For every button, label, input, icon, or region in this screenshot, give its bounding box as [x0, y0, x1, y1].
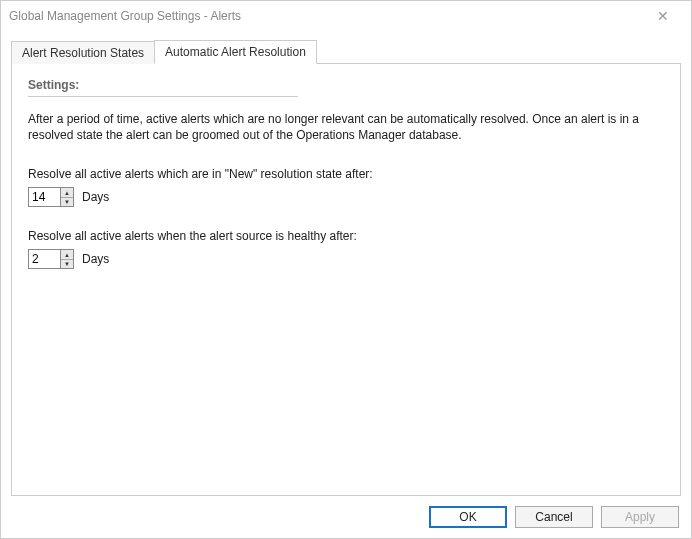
close-icon[interactable]: ✕	[643, 8, 683, 24]
window-title: Global Management Group Settings - Alert…	[9, 9, 643, 23]
spinner-up-icon[interactable]: ▲	[61, 188, 73, 198]
tab-panel: Settings: After a period of time, active…	[11, 63, 681, 496]
spinner-down-icon[interactable]: ▼	[61, 260, 73, 269]
field1-spinner: ▲ ▼	[28, 187, 74, 207]
tab-label: Automatic Alert Resolution	[165, 45, 306, 59]
field1-input[interactable]	[28, 187, 60, 207]
section-underline	[28, 96, 298, 97]
button-bar: OK Cancel Apply	[1, 496, 691, 538]
tab-label: Alert Resolution States	[22, 46, 144, 60]
field2-input[interactable]	[28, 249, 60, 269]
field1-spinner-buttons: ▲ ▼	[60, 187, 74, 207]
content-area: Alert Resolution States Automatic Alert …	[1, 31, 691, 496]
field2-spinner: ▲ ▼	[28, 249, 74, 269]
section-heading: Settings:	[28, 78, 664, 92]
field2-unit: Days	[82, 252, 109, 266]
tab-automatic-alert-resolution[interactable]: Automatic Alert Resolution	[154, 40, 317, 64]
spinner-up-icon[interactable]: ▲	[61, 250, 73, 260]
apply-button: Apply	[601, 506, 679, 528]
field2-label: Resolve all active alerts when the alert…	[28, 229, 664, 243]
field2-row: ▲ ▼ Days	[28, 249, 664, 269]
titlebar: Global Management Group Settings - Alert…	[1, 1, 691, 31]
spinner-down-icon[interactable]: ▼	[61, 198, 73, 207]
ok-button[interactable]: OK	[429, 506, 507, 528]
help-text: After a period of time, active alerts wh…	[28, 111, 664, 143]
field1-label: Resolve all active alerts which are in "…	[28, 167, 664, 181]
field2-spinner-buttons: ▲ ▼	[60, 249, 74, 269]
field1-unit: Days	[82, 190, 109, 204]
dialog-window: Global Management Group Settings - Alert…	[0, 0, 692, 539]
cancel-button[interactable]: Cancel	[515, 506, 593, 528]
tab-alert-resolution-states[interactable]: Alert Resolution States	[11, 41, 155, 64]
tab-strip: Alert Resolution States Automatic Alert …	[11, 39, 681, 63]
field1-row: ▲ ▼ Days	[28, 187, 664, 207]
